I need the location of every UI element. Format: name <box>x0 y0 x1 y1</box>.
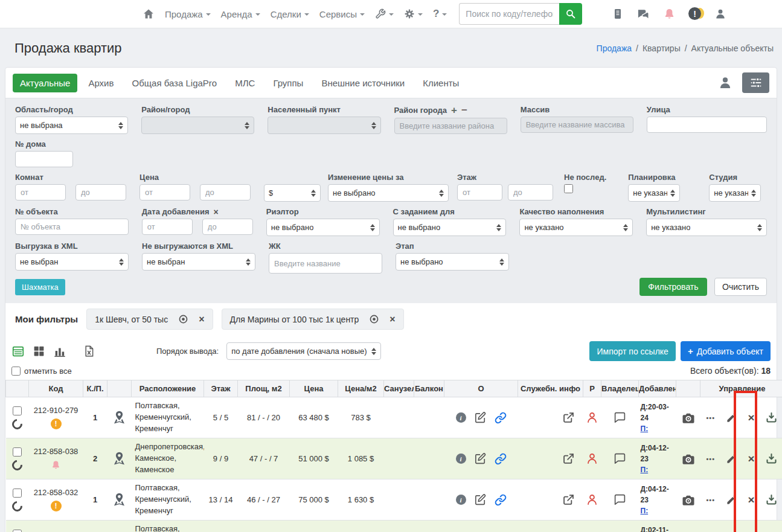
quality-select[interactable]: не указано <box>519 219 633 236</box>
p-link[interactable]: П: <box>641 505 675 516</box>
edit-note-icon[interactable] <box>474 452 487 465</box>
realtor-icon[interactable] <box>586 495 598 504</box>
not-last-floor-checkbox[interactable] <box>564 184 573 193</box>
saved-filter-chip[interactable]: 1к Шевч, от 50 тыс × <box>86 309 213 330</box>
realtor-icon[interactable] <box>586 453 598 463</box>
date-from-input[interactable] <box>142 219 193 235</box>
rooms-to-input[interactable] <box>75 184 126 200</box>
chart-view-icon[interactable] <box>53 345 66 358</box>
comment-icon[interactable] <box>614 412 626 421</box>
journal-icon[interactable] <box>612 8 624 20</box>
price-change-select[interactable]: не выбрано <box>328 184 449 202</box>
studio-select[interactable]: не указано <box>709 184 761 202</box>
delete-icon[interactable]: × <box>748 494 755 505</box>
select-all-checkbox[interactable] <box>11 367 21 376</box>
p-link[interactable]: П: <box>641 423 675 434</box>
currency-select[interactable]: $ <box>264 184 321 202</box>
raion-city-select[interactable] <box>141 117 254 134</box>
object-code[interactable]: 212-858-038 <box>34 447 79 456</box>
grid-view-icon[interactable] <box>33 345 45 357</box>
layout-select[interactable]: не указано <box>628 184 680 202</box>
download-icon[interactable] <box>765 411 778 424</box>
tab-obshchaya-baza[interactable]: Общая база LigaPro <box>124 74 224 92</box>
object-number-input[interactable] <box>15 219 129 235</box>
view-filter-eye-icon[interactable] <box>368 313 380 325</box>
external-link-icon[interactable] <box>562 411 575 424</box>
breadcrumb-link-prodazha[interactable]: Продажа <box>597 43 632 53</box>
tab-klienty[interactable]: Клиенты <box>415 74 466 92</box>
delete-filter-icon[interactable]: × <box>389 315 395 324</box>
link-icon[interactable] <box>495 494 507 506</box>
oblast-select[interactable]: не выбрана <box>15 117 128 134</box>
edit-note-icon[interactable] <box>474 411 487 424</box>
notifications-bell-icon[interactable] <box>663 8 676 21</box>
object-code[interactable]: 212-910-279 <box>34 406 79 415</box>
with-task-select[interactable]: не выбрано <box>393 219 507 236</box>
price-to-input[interactable] <box>200 184 251 200</box>
floor-to-input[interactable] <box>508 184 553 200</box>
info-icon[interactable]: i <box>456 453 466 464</box>
xml-not-upload-select[interactable]: не выбран <box>142 253 255 271</box>
menu-help[interactable]: ? <box>433 8 447 20</box>
apply-filter-button[interactable]: Фильтровать <box>639 278 707 296</box>
menu-servisy[interactable]: Сервисы <box>319 9 365 19</box>
more-actions-icon[interactable]: ••• <box>707 496 716 504</box>
zhk-input[interactable] <box>269 253 382 274</box>
chess-view-button[interactable]: Шахматка <box>15 279 65 295</box>
link-icon[interactable] <box>495 412 507 424</box>
tab-arhiv[interactable]: Архив <box>81 74 121 92</box>
house-number-input[interactable] <box>15 151 73 167</box>
edit-pencil-icon[interactable] <box>726 494 737 505</box>
floor-from-input[interactable] <box>457 184 502 200</box>
user-icon[interactable] <box>718 75 732 90</box>
download-icon[interactable] <box>765 452 778 465</box>
comment-icon[interactable] <box>614 495 626 504</box>
more-actions-icon[interactable]: ••• <box>707 455 716 463</box>
photos-camera-icon[interactable] <box>681 412 696 421</box>
photos-camera-icon[interactable] <box>681 495 696 504</box>
view-filter-eye-icon[interactable] <box>178 313 189 325</box>
row-checkbox[interactable] <box>13 489 22 498</box>
status-circle-icon[interactable] <box>10 458 25 472</box>
edit-pencil-icon[interactable] <box>726 453 737 464</box>
alerts-icon[interactable]: ! <box>688 7 702 21</box>
realtor-select[interactable]: не выбрано <box>266 219 380 236</box>
p-link[interactable]: П: <box>641 464 675 475</box>
download-icon[interactable] <box>765 493 778 506</box>
search-button[interactable] <box>559 3 582 25</box>
settlement-select[interactable] <box>268 117 380 134</box>
row-checkbox[interactable] <box>13 530 22 532</box>
link-icon[interactable] <box>495 453 507 465</box>
info-icon[interactable]: i <box>456 495 466 505</box>
status-circle-icon[interactable] <box>10 417 25 431</box>
row-checkbox[interactable] <box>13 406 22 415</box>
edit-pencil-icon[interactable] <box>726 412 737 423</box>
city-district-input[interactable] <box>394 118 507 134</box>
profile-icon[interactable] <box>714 8 726 20</box>
delete-filter-icon[interactable]: × <box>199 315 204 324</box>
delete-icon[interactable]: × <box>748 412 755 423</box>
date-to-input[interactable] <box>202 219 253 235</box>
more-actions-icon[interactable]: ••• <box>707 414 716 421</box>
map-icon[interactable] <box>112 495 127 504</box>
excel-export-icon[interactable] <box>83 345 95 357</box>
street-input[interactable] <box>647 117 767 133</box>
filter-settings-button[interactable] <box>742 72 769 93</box>
add-district-icon[interactable]: + <box>451 105 457 115</box>
photos-camera-icon[interactable] <box>681 453 696 463</box>
price-from-input[interactable] <box>139 184 190 200</box>
comment-icon[interactable] <box>614 453 626 463</box>
import-by-link-button[interactable]: Импорт по ссылке <box>589 341 675 361</box>
menu-prodazha[interactable]: Продажа <box>165 9 211 19</box>
stage-select[interactable]: не выбрано <box>396 253 509 271</box>
row-checkbox[interactable] <box>13 447 22 457</box>
remove-district-icon[interactable]: − <box>461 105 467 115</box>
multilisting-select[interactable]: не указано <box>646 219 767 236</box>
messages-icon[interactable] <box>636 7 650 21</box>
rooms-from-input[interactable] <box>15 184 66 200</box>
object-code[interactable]: 212-858-032 <box>34 488 79 497</box>
home-icon[interactable] <box>143 8 155 20</box>
status-circle-icon[interactable] <box>10 499 25 513</box>
search-input[interactable] <box>459 3 559 25</box>
menu-settings[interactable] <box>404 8 423 19</box>
